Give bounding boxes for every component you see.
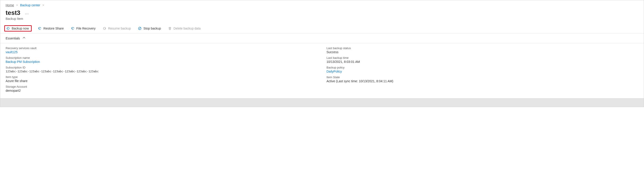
chevron-right-icon: >: [42, 4, 44, 7]
backup-icon: [6, 27, 10, 30]
last-backup-time-label: Last backup time: [326, 56, 638, 59]
stop-backup-button[interactable]: Stop backup: [137, 26, 162, 31]
subscription-name-value[interactable]: Backup PM Subscription: [6, 60, 318, 64]
last-backup-time-value: 10/13/2021, 8:03:01 AM: [326, 60, 638, 64]
storage-account-label: Storage Account: [6, 85, 318, 88]
chevron-up-icon: [22, 36, 26, 40]
restore-share-button[interactable]: Restore Share: [37, 26, 64, 31]
page-subtitle: Backup Item: [0, 17, 644, 24]
backup-now-button[interactable]: Backup now: [4, 25, 32, 32]
toolbar-label: Restore Share: [43, 27, 64, 30]
toolbar: Backup now Restore Share File Recovery R…: [0, 24, 644, 33]
stop-icon: [138, 27, 142, 30]
svg-line-1: [139, 28, 141, 29]
chevron-right-icon: >: [16, 4, 18, 7]
toolbar-label: Resume backup: [108, 27, 131, 30]
last-backup-status-value: Success: [326, 50, 638, 54]
item-type-label: Item type: [6, 75, 318, 79]
item-state-value: Active (Last sync time: 10/13/2021, 8:04…: [326, 79, 638, 83]
trash-icon: [168, 27, 172, 30]
toolbar-label: File Recovery: [76, 27, 96, 30]
essentials-panel: Recovery services vault vault125 Subscri…: [0, 43, 644, 98]
breadcrumb: Home > Backup center >: [0, 0, 644, 8]
page-title: test3: [6, 9, 20, 17]
toolbar-label: Stop backup: [143, 27, 161, 30]
storage-account-value: demopart2: [6, 89, 318, 93]
delete-backup-data-button: Delete backup data: [167, 26, 202, 31]
toolbar-label: Delete backup data: [174, 27, 201, 30]
item-state-label: Item State: [326, 75, 638, 79]
footer-strip: [0, 98, 644, 107]
breadcrumb-home[interactable]: Home: [6, 3, 14, 7]
backup-policy-value[interactable]: DailyPolicy: [326, 70, 638, 73]
item-type-value: Azure file share: [6, 79, 318, 83]
more-actions-button[interactable]: ···: [25, 10, 29, 16]
subscription-name-label: Subscription name: [6, 56, 318, 59]
recovery-vault-label: Recovery services vault: [6, 46, 318, 50]
resume-backup-button: Resume backup: [102, 26, 132, 31]
undo-icon: [71, 27, 74, 30]
essentials-toggle[interactable]: Essentials: [0, 33, 644, 43]
subscription-id-label: Subscription ID: [6, 66, 318, 69]
backup-policy-label: Backup policy: [326, 66, 638, 69]
last-backup-status-label: Last backup status: [326, 46, 638, 50]
breadcrumb-backup-center[interactable]: Backup center: [20, 3, 40, 7]
refresh-icon: [103, 27, 106, 30]
file-recovery-button[interactable]: File Recovery: [70, 26, 96, 31]
essentials-label: Essentials: [6, 37, 20, 40]
toolbar-label: Backup now: [12, 27, 29, 30]
recovery-vault-value[interactable]: vault125: [6, 50, 318, 54]
subscription-id-value: 123abc-123abc-123abc-123abc-123abc-123ab…: [6, 70, 318, 73]
undo-icon: [38, 27, 42, 30]
